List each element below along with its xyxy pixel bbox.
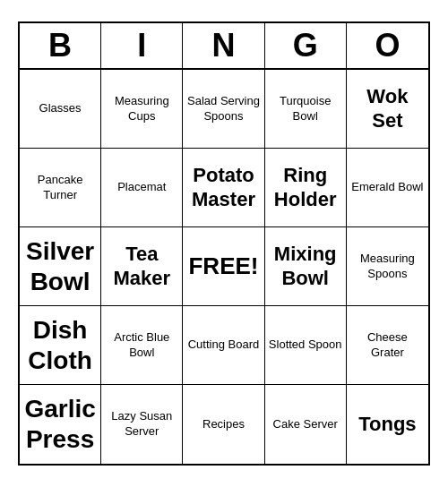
bingo-cell-14: Measuring Spoons <box>347 227 428 306</box>
bingo-cell-1: Measuring Cups <box>101 70 183 149</box>
header-letter-o: O <box>347 23 428 68</box>
bingo-cell-11: Tea Maker <box>101 227 183 306</box>
bingo-cell-9: Emerald Bowl <box>347 149 428 227</box>
bingo-cell-16: Arctic Blue Bowl <box>101 306 183 385</box>
bingo-cell-10: Silver Bowl <box>20 227 101 306</box>
bingo-cell-21: Lazy Susan Server <box>101 385 183 464</box>
bingo-cell-13: Mixing Bowl <box>265 227 347 306</box>
bingo-cell-12: FREE! <box>183 227 264 306</box>
bingo-card: BINGO GlassesMeasuring CupsSalad Serving… <box>18 21 430 466</box>
bingo-cell-6: Placemat <box>101 149 183 227</box>
bingo-cell-20: Garlic Press <box>20 385 101 464</box>
bingo-cell-19: Cheese Grater <box>347 306 428 385</box>
bingo-cell-7: Potato Master <box>183 149 264 227</box>
bingo-cell-0: Glasses <box>20 70 101 149</box>
bingo-cell-24: Tongs <box>347 385 428 464</box>
header-letter-n: N <box>183 23 264 68</box>
bingo-cell-8: Ring Holder <box>265 149 347 227</box>
bingo-cell-5: Pancake Turner <box>20 149 101 227</box>
header-letter-g: G <box>265 23 347 68</box>
bingo-header: BINGO <box>20 23 428 70</box>
bingo-cell-18: Slotted Spoon <box>265 306 347 385</box>
bingo-cell-2: Salad Serving Spoons <box>183 70 264 149</box>
bingo-cell-3: Turquoise Bowl <box>265 70 347 149</box>
header-letter-i: I <box>101 23 183 68</box>
bingo-cell-4: Wok Set <box>347 70 428 149</box>
bingo-cell-15: Dish Cloth <box>20 306 101 385</box>
bingo-cell-22: Recipes <box>183 385 264 464</box>
header-letter-b: B <box>20 23 101 68</box>
bingo-cell-17: Cutting Board <box>183 306 264 385</box>
bingo-cell-23: Cake Server <box>265 385 347 464</box>
bingo-grid: GlassesMeasuring CupsSalad Serving Spoon… <box>20 70 428 464</box>
